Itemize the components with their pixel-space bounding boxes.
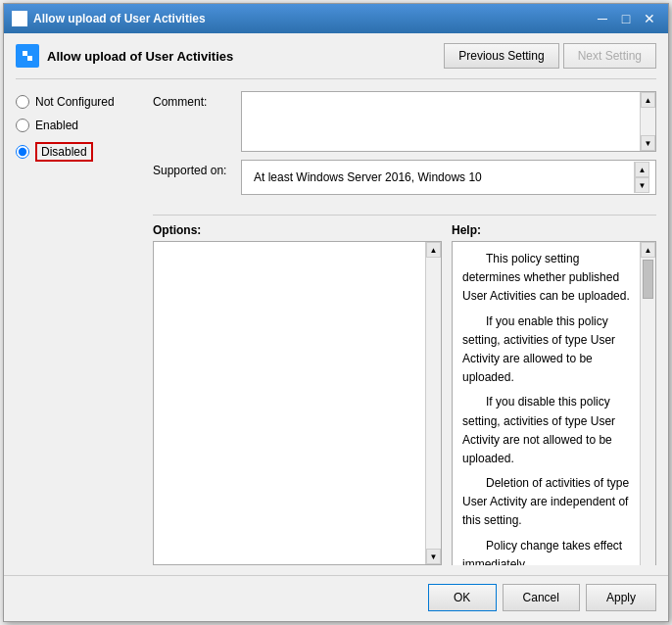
- supported-scrollbar: ▲ ▼: [634, 162, 649, 193]
- supported-value: At least Windows Server 2016, Windows 10: [248, 167, 634, 188]
- enabled-label: Enabled: [35, 119, 78, 132]
- dialog-title: Allow upload of User Activities: [47, 49, 444, 64]
- main-body: Not Configured Enabled Disabled Comm: [16, 91, 656, 565]
- comment-section: Comment: ▲ ▼: [153, 91, 656, 152]
- left-panel: Not Configured Enabled Disabled: [16, 91, 153, 565]
- window-content: Allow upload of User Activities Previous…: [4, 33, 668, 575]
- options-section: Options: ▲ ▼: [153, 223, 442, 565]
- header-row: Allow upload of User Activities Previous…: [16, 43, 656, 79]
- enabled-radio[interactable]: [16, 119, 29, 132]
- main-window: Allow upload of User Activities ─ □ ✕ Al…: [3, 3, 669, 622]
- help-scrollbar: ▲ ▼: [640, 242, 655, 565]
- nav-buttons: Previous Setting Next Setting: [444, 43, 656, 69]
- cancel-button[interactable]: Cancel: [503, 584, 580, 611]
- comment-scroll-up[interactable]: ▲: [641, 92, 655, 108]
- window-title: Allow upload of User Activities: [33, 12, 592, 25]
- not-configured-radio[interactable]: [16, 95, 29, 109]
- window-controls: ─ □ ✕: [592, 8, 660, 29]
- help-box: This policy setting determines whether p…: [452, 241, 656, 565]
- help-para-1: This policy setting determines whether p…: [462, 250, 630, 307]
- maximize-button[interactable]: □: [615, 8, 637, 29]
- footer: OK Cancel Apply: [4, 575, 668, 621]
- options-scroll-thumb: [426, 258, 441, 549]
- comment-textarea[interactable]: [242, 92, 640, 151]
- enabled-option[interactable]: Enabled: [16, 119, 153, 132]
- supported-scroll-up[interactable]: ▲: [635, 162, 649, 177]
- help-section: Help: This policy setting determines whe…: [452, 223, 656, 565]
- help-content: This policy setting determines whether p…: [453, 242, 640, 565]
- help-label: Help:: [452, 223, 656, 237]
- window-icon: [12, 11, 27, 26]
- supported-label: Supported on:: [153, 160, 241, 177]
- disabled-label: Disabled: [35, 142, 93, 162]
- options-scroll-up[interactable]: ▲: [426, 242, 441, 258]
- comment-scroll-down[interactable]: ▼: [641, 135, 655, 151]
- next-setting-button[interactable]: Next Setting: [563, 43, 656, 69]
- comment-label: Comment:: [153, 91, 241, 109]
- not-configured-option[interactable]: Not Configured: [16, 95, 153, 109]
- supported-section: Supported on: At least Windows Server 20…: [153, 160, 656, 195]
- options-box: ▲ ▼: [153, 241, 442, 565]
- help-para-3: If you disable this policy setting, acti…: [462, 393, 630, 468]
- apply-button[interactable]: Apply: [586, 584, 656, 611]
- options-scroll-down[interactable]: ▼: [426, 549, 441, 564]
- svg-rect-4: [23, 51, 27, 56]
- previous-setting-button[interactable]: Previous Setting: [444, 43, 558, 69]
- minimize-button[interactable]: ─: [592, 8, 613, 29]
- svg-rect-2: [20, 19, 24, 23]
- title-bar: Allow upload of User Activities ─ □ ✕: [4, 4, 668, 33]
- help-scroll-track: [641, 301, 655, 565]
- radio-group: Not Configured Enabled Disabled: [16, 91, 153, 162]
- options-help-row: Options: ▲ ▼ Help:: [153, 223, 656, 565]
- right-panel: Comment: ▲ ▼ Supported on: At least: [153, 91, 656, 565]
- comment-scrollbar: ▲ ▼: [640, 92, 655, 151]
- svg-rect-5: [27, 56, 32, 61]
- divider: [153, 215, 656, 216]
- options-content: [154, 242, 425, 564]
- header-icon: [16, 44, 39, 68]
- svg-rect-1: [16, 15, 20, 19]
- help-para-2: If you enable this policy setting, activ…: [462, 312, 630, 388]
- supported-scroll-down[interactable]: ▼: [635, 177, 649, 193]
- close-button[interactable]: ✕: [639, 8, 660, 29]
- supported-box: At least Windows Server 2016, Windows 10…: [241, 160, 656, 195]
- options-scrollbar: ▲ ▼: [425, 242, 441, 564]
- comment-scroll-thumb: [641, 108, 655, 135]
- options-label: Options:: [153, 223, 442, 237]
- help-para-4: Deletion of activities of type User Acti…: [462, 474, 630, 531]
- help-scroll-thumb: [643, 260, 653, 299]
- disabled-option[interactable]: Disabled: [16, 142, 153, 162]
- help-para-5: Policy change takes effect immediately.: [462, 537, 630, 565]
- disabled-radio[interactable]: [16, 145, 29, 159]
- ok-button[interactable]: OK: [428, 584, 497, 611]
- not-configured-label: Not Configured: [35, 95, 115, 109]
- help-scroll-up[interactable]: ▲: [641, 242, 655, 258]
